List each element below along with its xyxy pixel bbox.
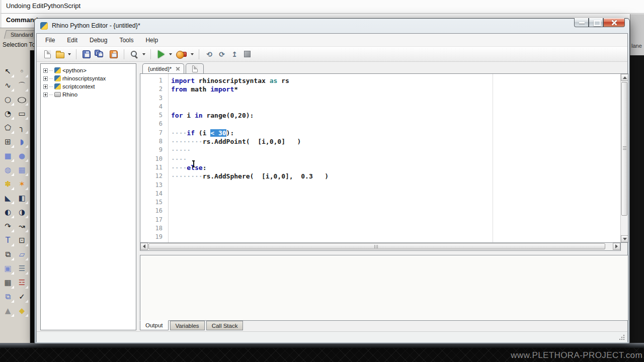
- stop-debug-button[interactable]: [242, 48, 253, 60]
- window-body: FileEditDebugToolsHelp ⟲ ⟳ ↥: [36, 33, 628, 342]
- ellipse-icon[interactable]: ○: [15, 93, 29, 107]
- menu-edit[interactable]: Edit: [67, 37, 77, 44]
- control-point-curve-icon[interactable]: ⌒: [15, 78, 29, 93]
- expand-icon[interactable]: [43, 68, 48, 73]
- search-button[interactable]: [129, 48, 140, 60]
- scroll-down-button[interactable]: [621, 235, 628, 242]
- menu-tools[interactable]: Tools: [119, 37, 133, 44]
- curved-surface-icon[interactable]: ◗: [15, 135, 29, 149]
- open-file-button[interactable]: [54, 48, 65, 60]
- circle-icon[interactable]: ○: [1, 93, 15, 107]
- rectangle-icon[interactable]: ▭: [15, 107, 29, 121]
- trim-icon[interactable]: ◣: [1, 191, 15, 205]
- copy-icon[interactable]: ⧉: [1, 290, 15, 304]
- fillet-curve-icon: ╮: [20, 124, 24, 132]
- code-editor[interactable]: 1import rhinoscriptsyntax as rs2from mat…: [140, 74, 628, 243]
- search-dropdown-arrow[interactable]: [141, 48, 146, 60]
- horizontal-scrollbar[interactable]: [140, 243, 621, 251]
- boom-icon[interactable]: ✶: [15, 177, 29, 191]
- menu-debug[interactable]: Debug: [90, 37, 107, 44]
- tree-item-python[interactable]: <python>: [41, 66, 136, 74]
- bottom-tabstrip: OutputVariablesCall Stack: [140, 321, 628, 331]
- run-script-button[interactable]: [155, 48, 167, 60]
- polygon-icon[interactable]: ⬠: [1, 121, 15, 135]
- new-file-button[interactable]: [42, 48, 53, 60]
- vertical-scrollbar[interactable]: [620, 74, 628, 242]
- tab-call-stack[interactable]: Call Stack: [206, 321, 244, 330]
- box-icon[interactable]: ■: [1, 149, 15, 163]
- edit-point-icon[interactable]: ⊡: [15, 233, 29, 247]
- tree-item-Rhino[interactable]: Rhino: [41, 90, 136, 99]
- tab-output[interactable]: Output: [140, 320, 169, 330]
- line-number: 14: [140, 190, 163, 198]
- debug-record-button[interactable]: [174, 48, 188, 60]
- text-icon[interactable]: T: [1, 233, 15, 247]
- window-titlebar[interactable]: Rhino Python Editor - {untitled}*: [35, 19, 629, 33]
- gumball-icon[interactable]: ◆: [15, 304, 29, 318]
- cone-icon[interactable]: ▲: [1, 304, 15, 318]
- tab-untitled[interactable]: {untitled}*: [142, 63, 184, 73]
- line-number: 9: [140, 146, 163, 154]
- extrude-icon[interactable]: ▣: [1, 261, 15, 276]
- expand-icon[interactable]: [43, 76, 48, 81]
- curve-icon[interactable]: ∿: [1, 78, 15, 93]
- line-text: ····if (i < 30):: [171, 129, 234, 137]
- horizontal-scroll-thumb[interactable]: [148, 243, 605, 249]
- boolean-difference-icon[interactable]: ◑: [15, 205, 29, 219]
- point-icon[interactable]: ◦: [15, 64, 29, 78]
- close-button[interactable]: [603, 18, 625, 27]
- resize-grip[interactable]: [619, 334, 625, 340]
- arc-icon[interactable]: ◔: [1, 107, 15, 121]
- block-icon[interactable]: ⧉: [1, 247, 15, 261]
- expand-icon[interactable]: [43, 93, 48, 97]
- mesh-icon[interactable]: ▦: [15, 163, 29, 177]
- code-line-15: 15: [140, 198, 628, 207]
- plane-icon[interactable]: ▱: [15, 247, 29, 261]
- sphere-icon[interactable]: ●: [15, 149, 29, 163]
- run-dropdown-arrow[interactable]: [168, 48, 173, 60]
- step-into-button[interactable]: ⟲: [204, 48, 215, 60]
- new-tab-button[interactable]: [186, 63, 204, 73]
- check-icon[interactable]: ✓: [15, 290, 29, 304]
- rebuild-curve-icon[interactable]: ↝: [15, 219, 29, 233]
- explode-icon[interactable]: ✽: [1, 177, 15, 191]
- tree-item-rhinoscriptsyntax[interactable]: rhinoscriptsyntax: [41, 74, 136, 82]
- step-over-button[interactable]: ⟳: [216, 48, 227, 60]
- select-pointer-icon[interactable]: ↖: [1, 64, 15, 78]
- line-number: 5: [140, 111, 163, 120]
- hatch-icon[interactable]: ☰: [15, 261, 29, 276]
- fillet-curve-icon[interactable]: ╮: [15, 121, 29, 135]
- minimize-button[interactable]: [574, 18, 589, 27]
- save-all-button[interactable]: [94, 48, 107, 60]
- debug-dropdown-arrow[interactable]: [190, 48, 194, 60]
- maximize-button[interactable]: [589, 18, 603, 27]
- code-line-9: 9·····: [140, 146, 628, 154]
- surface-points-icon[interactable]: ⊞: [1, 135, 15, 149]
- boolean-union-icon[interactable]: ◐: [1, 205, 15, 219]
- array-icon[interactable]: ▦: [1, 276, 15, 290]
- tree-item-scriptcontext[interactable]: scriptcontext: [41, 82, 136, 90]
- expand-icon[interactable]: [43, 84, 48, 89]
- save-as-button[interactable]: [108, 48, 119, 60]
- open-dropdown-arrow[interactable]: [67, 48, 71, 60]
- cylinder-icon[interactable]: ◍: [1, 163, 15, 177]
- tab-selection-tools[interactable]: Selection To: [3, 41, 35, 48]
- line-text: ·····: [171, 146, 191, 154]
- menu-file[interactable]: File: [45, 37, 55, 44]
- tab-variables[interactable]: Variables: [170, 321, 205, 330]
- scroll-left-button[interactable]: [140, 243, 148, 250]
- step-out-button[interactable]: ↥: [229, 48, 240, 60]
- split-icon[interactable]: ◧: [15, 191, 29, 205]
- section-icon[interactable]: ☲: [15, 276, 29, 290]
- blend-curve-icon[interactable]: ↷: [1, 219, 15, 233]
- rectangle-icon: ▭: [18, 110, 25, 118]
- code-line-14: 14: [140, 190, 628, 198]
- save-button[interactable]: [81, 48, 92, 60]
- tab-close-icon[interactable]: [176, 66, 180, 71]
- vertical-scroll-thumb[interactable]: [621, 82, 627, 216]
- check-icon: ✓: [19, 293, 25, 301]
- module-tree-panel[interactable]: <python>rhinoscriptsyntaxscriptcontextRh…: [40, 63, 136, 330]
- scroll-up-button[interactable]: [621, 74, 628, 81]
- scroll-right-button[interactable]: [613, 243, 620, 250]
- menu-help[interactable]: Help: [145, 37, 158, 44]
